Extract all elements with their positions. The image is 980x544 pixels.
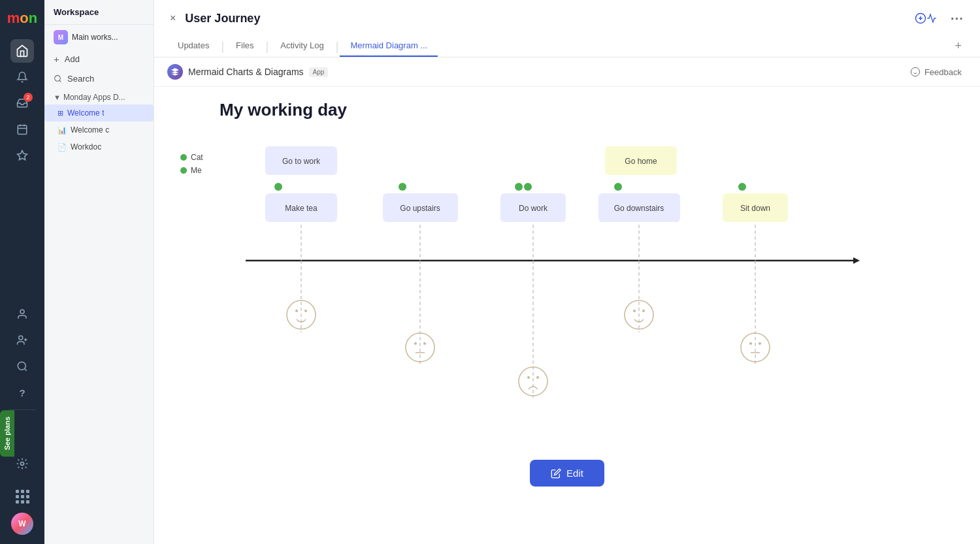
svg-point-6 <box>19 336 23 340</box>
diagram-container: My working day Cat Me <box>154 87 980 544</box>
dot-sit-down <box>738 183 746 191</box>
dot-go-downstairs <box>614 183 622 191</box>
legend-label-cat: Cat <box>191 153 203 162</box>
feedback-label: Feedback <box>924 67 962 77</box>
emotion-make-tea-eye2 <box>304 310 307 312</box>
emotion-make-tea-eye1 <box>295 310 298 312</box>
main-workspace-label[interactable]: Main works... <box>72 33 118 42</box>
plugin-header: Mermaid Charts & Diagrams App Feedback <box>154 57 980 87</box>
svg-point-12 <box>55 76 61 82</box>
task-label-go-to-work: Go to work <box>282 157 321 166</box>
task-label-go-upstairs: Go upstairs <box>400 204 440 213</box>
legend-item-cat: Cat <box>180 153 203 162</box>
svg-point-5 <box>20 310 24 313</box>
emotion-go-upstairs-eye1 <box>414 342 417 345</box>
sidebar: Workspace M ⌂ Main works... + Add Search… <box>44 0 154 544</box>
svg-line-13 <box>59 80 61 82</box>
app-logo[interactable]: mon <box>9 5 35 31</box>
svg-point-17 <box>911 67 919 76</box>
svg-point-9 <box>18 362 25 370</box>
sidebar-item-workdoc[interactable]: 📄 Workdoc <box>44 138 154 155</box>
legend-dot-me <box>180 167 187 174</box>
sidebar-item-label: Welcome t <box>67 108 104 118</box>
task-label-do-work: Do work <box>519 204 548 213</box>
page-title: User Journey <box>185 12 260 25</box>
nav-add-people-icon[interactable] <box>10 328 34 352</box>
task-label-go-home: Go home <box>625 157 657 166</box>
inbox-badge: 2 <box>24 93 33 102</box>
dot-make-tea <box>274 183 282 191</box>
tab-separator: | <box>220 40 225 52</box>
svg-point-11 <box>21 462 24 466</box>
emotion-go-downstairs-eye1 <box>633 310 636 312</box>
nav-favorites-icon[interactable] <box>10 144 34 167</box>
tab-files[interactable]: Files <box>225 35 264 57</box>
task-label-go-downstairs: Go downstairs <box>614 204 664 213</box>
nav-grid-icon[interactable] <box>16 490 29 504</box>
emotion-go-downstairs-eye2 <box>642 310 645 312</box>
nav-help-icon[interactable]: ? <box>10 381 34 404</box>
see-plans-button[interactable]: See plans <box>0 410 14 456</box>
edit-label: Edit <box>566 468 583 479</box>
user-avatar[interactable]: W <box>11 513 33 535</box>
task-label-make-tea: Make tea <box>285 204 318 213</box>
dot-do-work-cat <box>515 183 523 191</box>
nav-people-icon[interactable] <box>10 302 34 326</box>
plugin-title-text: Mermaid Charts & Diagrams <box>188 67 304 77</box>
app-badge: App <box>309 67 329 77</box>
main-content: × User Journey ⋯ Updates | Files | Activ… <box>154 0 980 544</box>
emotion-do-work-eye2 <box>536 376 539 379</box>
svg-marker-4 <box>18 151 27 160</box>
search-button[interactable]: Search <box>44 67 154 86</box>
plugin-title: Mermaid Charts & Diagrams App <box>167 64 328 80</box>
emotion-sit-down-eye1 <box>749 342 752 345</box>
dot-do-work-me <box>524 183 532 191</box>
tab-separator: | <box>265 40 270 52</box>
tab-updates[interactable]: Updates <box>167 35 220 57</box>
svg-line-10 <box>24 368 26 370</box>
nav-apps-icon[interactable] <box>10 452 34 475</box>
left-navigation: mon 2 ? See plans <box>0 0 44 544</box>
workspace-label: Workspace <box>44 0 154 25</box>
legend-dot-cat <box>180 154 187 161</box>
feedback-button[interactable]: Feedback <box>905 64 967 80</box>
more-options-button[interactable]: ⋯ <box>947 8 967 29</box>
sidebar-group-header[interactable]: ▼ Monday Apps D... <box>44 86 154 104</box>
header-actions: ⋯ <box>912 8 967 29</box>
add-button[interactable]: + Add <box>44 47 154 67</box>
sidebar-item-label: Workdoc <box>71 142 101 152</box>
emotion-go-upstairs-eye2 <box>423 342 426 345</box>
plugin-icon <box>167 64 183 80</box>
diagram-legend: Cat Me <box>180 153 203 175</box>
sidebar-item-label: Welcome c <box>71 125 109 135</box>
emotion-do-work-eye1 <box>527 376 530 379</box>
tab-separator: | <box>335 40 340 52</box>
nav-home-icon[interactable] <box>10 39 34 63</box>
dot-go-upstairs <box>399 183 406 191</box>
journey-diagram-svg: Go to work Go home Make tea Go upstairs <box>226 140 879 453</box>
legend-label-me: Me <box>191 166 202 175</box>
diagram-title: My working day <box>220 100 347 120</box>
sidebar-item-welcome-c[interactable]: 📊 Welcome c <box>44 121 154 138</box>
nav-inbox-icon[interactable]: 2 <box>10 91 34 115</box>
close-button[interactable]: × <box>167 10 178 27</box>
group-label: Monday Apps D... <box>63 93 125 102</box>
edit-button[interactable]: Edit <box>530 460 604 487</box>
plugin-area: Mermaid Charts & Diagrams App Feedback M… <box>154 57 980 544</box>
legend-item-me: Me <box>180 166 203 175</box>
timeline-arrow <box>853 257 860 264</box>
add-label: Add <box>65 54 80 64</box>
task-label-sit-down: Sit down <box>740 204 770 213</box>
sidebar-item-welcome-t[interactable]: ⊞ Welcome t <box>44 104 154 121</box>
nav-notification-icon[interactable] <box>10 65 34 89</box>
add-tab-button[interactable]: + <box>949 37 967 56</box>
search-label: Search <box>67 74 94 84</box>
tab-activity-log[interactable]: Activity Log <box>270 35 334 57</box>
tabs-bar: Updates | Files | Activity Log | Mermaid… <box>167 35 967 57</box>
header: × User Journey ⋯ Updates | Files | Activ… <box>154 0 980 57</box>
tab-mermaid-diagram[interactable]: Mermaid Diagram ... <box>340 35 438 57</box>
svg-rect-0 <box>18 125 27 135</box>
nav-search-icon[interactable] <box>10 355 34 378</box>
nav-calendar-icon[interactable] <box>10 118 34 141</box>
add-chart-button[interactable] <box>912 10 939 27</box>
